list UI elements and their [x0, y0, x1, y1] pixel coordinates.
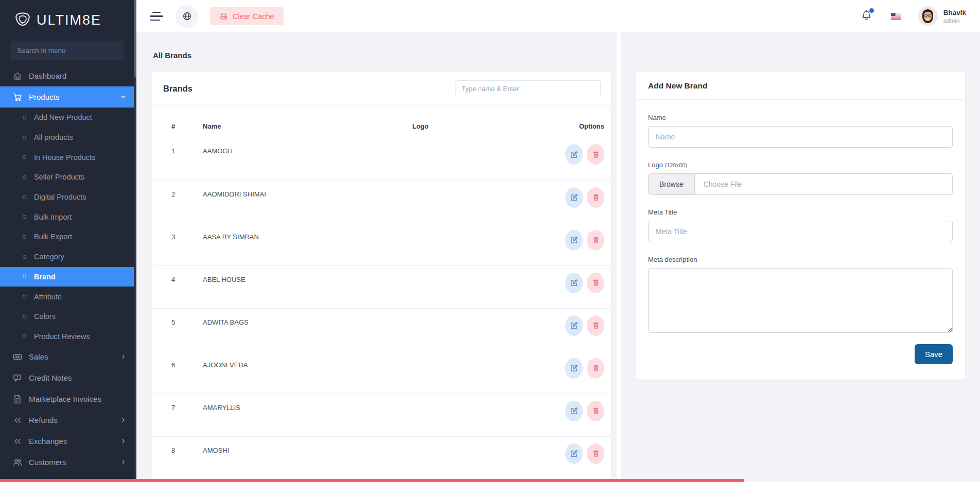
logo-icon: [13, 11, 32, 29]
sidebar-item-brand[interactable]: Brand: [0, 267, 136, 287]
sidebar-item-in-house-products[interactable]: In House Products: [0, 147, 136, 167]
edit-icon: [570, 193, 578, 201]
brand-logo-cell: [412, 436, 520, 479]
user-role: admin: [943, 17, 966, 24]
brand-name: AMOSHI: [203, 436, 412, 479]
delete-brand-button[interactable]: [587, 230, 604, 251]
edit-brand-button[interactable]: [565, 358, 583, 379]
edit-icon: [570, 407, 578, 415]
edit-brand-button[interactable]: [565, 273, 583, 293]
sidebar-search-input[interactable]: [10, 41, 124, 60]
avatar: [918, 6, 938, 26]
trash-icon: [592, 407, 600, 415]
brand-name: AJOONI VEDA: [203, 351, 412, 394]
table-row: 6 AJOONI VEDA: [152, 351, 611, 394]
sidebar-item-product-reviews[interactable]: Product Reviews: [0, 327, 136, 347]
table-row: 7 AMARYLLIS: [152, 394, 611, 436]
sidebar-item-exchanges[interactable]: Exchanges: [0, 431, 136, 452]
trash-icon: [592, 364, 600, 372]
brand-name: AASA BY SIMRAN: [203, 223, 412, 265]
sidebar-item-products[interactable]: Products: [0, 86, 136, 108]
rewind-icon: [13, 437, 22, 446]
logo[interactable]: ULTIM8E: [0, 0, 136, 32]
brand-logo-cell: [412, 223, 520, 265]
notifications-button[interactable]: [861, 10, 872, 23]
sidebar-item-marketplace-invoices[interactable]: Marketplace Invoices: [0, 388, 136, 409]
edit-icon: [570, 151, 578, 158]
brand-name: ADWITA BAGS: [203, 308, 412, 351]
table-row: 4 ABEL HOUSE: [152, 265, 611, 308]
sidebar-item-seller-products[interactable]: Seller Products: [0, 167, 136, 187]
logo-text: ULTIM8E: [37, 12, 101, 28]
meta-title-field[interactable]: [648, 221, 953, 242]
sidebar-item-attribute[interactable]: Attribute: [0, 287, 136, 307]
sidebar-item-add-new-product[interactable]: Add New Product: [0, 108, 136, 128]
trash-icon: [592, 151, 600, 158]
delete-brand-button[interactable]: [587, 187, 604, 208]
column-header-logo: Logo: [412, 106, 520, 137]
loading-progress-bar: [0, 479, 744, 482]
delete-brand-button[interactable]: [587, 315, 604, 336]
bullet-icon: [23, 155, 26, 159]
user-menu[interactable]: Bhavik admin: [918, 6, 966, 26]
edit-icon: [570, 236, 578, 244]
sidebar-item-all-products[interactable]: All products: [0, 128, 136, 148]
edit-brand-button[interactable]: [565, 230, 583, 251]
sidebar-item-refunds[interactable]: Refunds: [0, 409, 136, 431]
name-label: Name: [648, 114, 953, 121]
bullet-icon: [23, 116, 26, 119]
app-root: ULTIM8E Dashboard Products Add New Produ…: [0, 0, 980, 482]
brand-logo-cell: [412, 351, 520, 394]
delete-brand-button[interactable]: [587, 358, 604, 379]
meta-title-label: Meta Title: [648, 208, 953, 216]
topbar: Clear Cache: [136, 0, 980, 32]
sidebar-item-dashboard[interactable]: Dashboard: [0, 65, 136, 86]
sidebar-item-bulk-export[interactable]: Bulk Export: [0, 227, 136, 247]
browse-button[interactable]: Browse: [649, 174, 695, 194]
sidebar-item-sales[interactable]: Sales: [0, 346, 136, 367]
sidebar-item-customers[interactable]: Customers: [0, 452, 136, 473]
sidebar-item-category[interactable]: Category: [0, 247, 136, 267]
sidebar: ULTIM8E Dashboard Products Add New Produ…: [0, 0, 136, 482]
edit-brand-button[interactable]: [565, 315, 583, 336]
chevron-down-icon: [120, 94, 126, 100]
trash-icon: [592, 322, 600, 329]
chat-icon: [13, 373, 22, 383]
menu-toggle-button[interactable]: [150, 12, 164, 21]
meta-description-field[interactable]: [648, 268, 953, 333]
sidebar-item-digital-products[interactable]: Digital Products: [0, 187, 136, 207]
brand-logo-cell: [412, 265, 520, 308]
save-button[interactable]: Save: [915, 344, 953, 364]
sidebar-item-credit-notes[interactable]: Credit Notes: [0, 367, 136, 388]
edit-brand-button[interactable]: [565, 187, 583, 208]
content-scrollbar[interactable]: [617, 32, 621, 482]
bullet-icon: [23, 195, 26, 199]
brand-search-input[interactable]: [455, 80, 601, 97]
delete-brand-button[interactable]: [587, 443, 604, 464]
invoice-icon: [13, 395, 22, 404]
site-preview-button[interactable]: [176, 5, 198, 28]
edit-brand-button[interactable]: [565, 401, 583, 421]
brand-logo-cell: [412, 308, 520, 351]
bullet-icon: [23, 215, 26, 219]
sidebar-item-bulk-import[interactable]: Bulk Import: [0, 207, 136, 227]
delete-brand-button[interactable]: [587, 401, 604, 421]
logo-file-input[interactable]: Browse Choose File: [648, 173, 953, 195]
brand-name-field[interactable]: [648, 126, 953, 148]
edit-brand-button[interactable]: [565, 144, 583, 165]
us-flag-icon: [891, 13, 901, 20]
column-header-options: Options: [520, 106, 611, 137]
user-name: Bhavik: [943, 9, 966, 17]
logo-label: Logo (120x80): [648, 161, 953, 169]
delete-brand-button[interactable]: [587, 144, 604, 165]
table-row: 5 ADWITA BAGS: [152, 308, 611, 351]
sidebar-item-colors[interactable]: Colors: [0, 307, 136, 327]
bullet-icon: [23, 235, 26, 239]
clear-cache-button[interactable]: Clear Cache: [210, 7, 284, 25]
users-icon: [13, 458, 22, 467]
edit-brand-button[interactable]: [565, 443, 583, 464]
delete-brand-button[interactable]: [587, 273, 604, 293]
edit-icon: [570, 322, 578, 329]
file-placeholder: Choose File: [695, 174, 742, 194]
language-flag-button[interactable]: [891, 13, 901, 20]
